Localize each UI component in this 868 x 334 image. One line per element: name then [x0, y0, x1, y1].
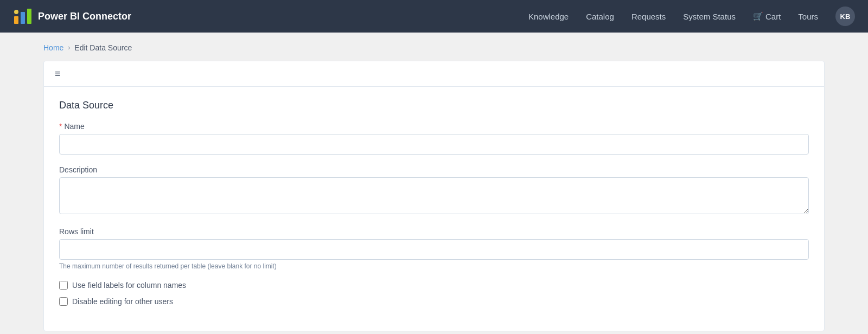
name-label: * Name	[59, 122, 809, 131]
nav-cart[interactable]: 🛒 Cart	[753, 11, 781, 21]
card-header: ≡	[44, 61, 824, 87]
svg-rect-2	[27, 9, 31, 24]
rows-limit-field-group: Rows limit The maximum number of results…	[59, 227, 809, 270]
hamburger-menu-icon[interactable]: ≡	[55, 69, 61, 79]
card-body: Data Source * Name Description Rows li	[44, 87, 824, 331]
brand-logo	[13, 7, 33, 26]
name-label-text: Name	[64, 122, 84, 131]
svg-rect-0	[14, 16, 18, 24]
disable-editing-checkbox[interactable]	[59, 297, 68, 306]
avatar-initials: KB	[840, 12, 851, 21]
nav-link-tours[interactable]: Tours	[798, 12, 818, 21]
description-label: Description	[59, 165, 809, 174]
breadcrumb-home[interactable]: Home	[43, 43, 63, 52]
breadcrumb-separator: ›	[68, 44, 70, 52]
rows-limit-label: Rows limit	[59, 227, 809, 236]
name-field-group: * Name	[59, 122, 809, 155]
nav-link-requests[interactable]: Requests	[631, 12, 666, 21]
disable-editing-checkbox-label[interactable]: Disable editing for other users	[72, 297, 173, 306]
name-required-star: *	[59, 122, 62, 131]
nav-links: Knowledge Catalog Requests System Status…	[528, 7, 855, 26]
rows-limit-input[interactable]	[59, 239, 809, 260]
brand: Power BI Connector	[13, 7, 131, 26]
svg-point-3	[14, 10, 18, 14]
avatar[interactable]: KB	[835, 7, 855, 26]
disable-editing-checkbox-group: Disable editing for other users	[59, 297, 809, 306]
main-card: ≡ Data Source * Name Description	[43, 61, 825, 331]
nav-link-system-status[interactable]: System Status	[683, 12, 736, 21]
rows-limit-hint: The maximum number of results returned p…	[59, 262, 809, 270]
field-labels-checkbox-group: Use field labels for column names	[59, 281, 809, 290]
description-field-group: Description	[59, 165, 809, 216]
cart-icon: 🛒	[753, 11, 763, 21]
nav-link-catalog[interactable]: Catalog	[586, 12, 614, 21]
brand-title: Power BI Connector	[38, 11, 131, 22]
breadcrumb: Home › Edit Data Source	[43, 43, 825, 52]
svg-rect-1	[21, 12, 25, 24]
field-labels-checkbox[interactable]	[59, 281, 68, 290]
cart-label: Cart	[765, 12, 781, 21]
main-content: Home › Edit Data Source ≡ Data Source * …	[0, 33, 868, 334]
form-section-title: Data Source	[59, 100, 809, 111]
description-input[interactable]	[59, 177, 809, 214]
nav-link-knowledge[interactable]: Knowledge	[528, 12, 569, 21]
description-label-text: Description	[59, 165, 97, 174]
rows-limit-label-text: Rows limit	[59, 227, 94, 236]
navbar: Power BI Connector Knowledge Catalog Req…	[0, 0, 868, 33]
breadcrumb-current: Edit Data Source	[74, 43, 132, 52]
field-labels-checkbox-label[interactable]: Use field labels for column names	[72, 281, 186, 290]
name-input[interactable]	[59, 134, 809, 155]
